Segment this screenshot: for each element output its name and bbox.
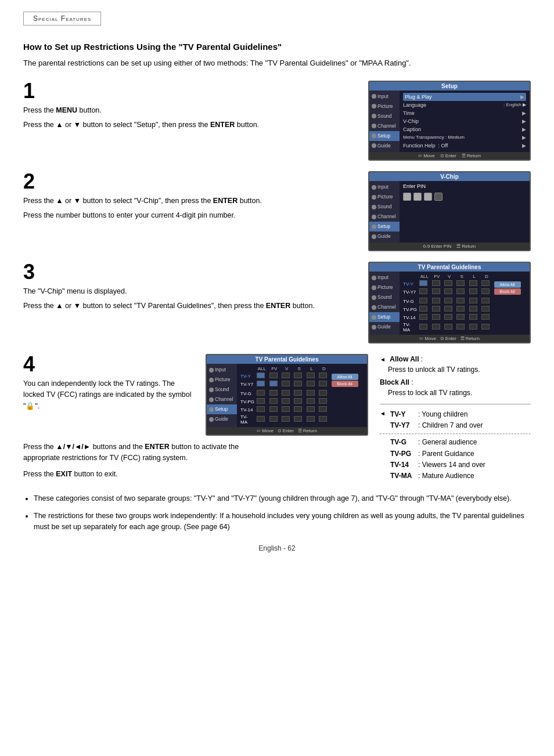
step-4-row-inner: 4 You can independently lock the TV rati…: [23, 354, 368, 436]
screen-1-footer: ⇦ Move ⊙ Enter ☰ Return: [369, 152, 530, 160]
sidebar-input: Input: [369, 92, 400, 102]
step-1-number: 1: [23, 81, 357, 102]
bottom-bullets: These categories consist of two separate…: [23, 493, 531, 533]
step-2-text: 2 Press the ▲ or ▼ button to select "V-C…: [23, 171, 357, 225]
step-1-text: 1 Press the MENU button. Press the ▲ or …: [23, 81, 357, 135]
bullet-2: The restrictions for these two groups wo…: [34, 511, 531, 533]
info-panel: ◄ Allow All : Press to unlock all TV rat…: [380, 354, 531, 482]
sidebar-setup: Setup: [369, 131, 400, 141]
step-3: 3 The "V-Chip" menu is displayed. Press …: [23, 262, 531, 343]
step-3-screen: TV Parental Guidelines Input Picture Sou…: [368, 262, 531, 343]
step-2-number: 2: [23, 171, 357, 192]
step-2: 2 Press the ▲ or ▼ button to select "V-C…: [23, 171, 531, 251]
step-4-screen: TV Parental Guidelines Input Picture Sou…: [206, 354, 368, 436]
step-4-number: 4: [23, 354, 194, 375]
step-3-text: 3 The "V-Chip" menu is displayed. Press …: [23, 262, 357, 316]
step-3-number: 3: [23, 262, 357, 283]
main-title: How to Set up Restrictions Using the "TV…: [23, 42, 531, 52]
step-1-screen: Setup Input Picture Sound Channel Setup …: [368, 81, 531, 161]
header-title: Special Features: [33, 15, 91, 23]
step-1: 1 Press the MENU button. Press the ▲ or …: [23, 81, 531, 161]
allow-all-button-4[interactable]: Allow All: [332, 374, 358, 380]
block-all-button-4[interactable]: Block All: [332, 381, 358, 387]
bullet-1: These categories consist of two separate…: [34, 493, 531, 504]
screen-1-title: Setup: [369, 82, 530, 91]
step-4-bottom-text: Press the ▲/▼/◄/► buttons and the ENTER …: [23, 442, 244, 480]
screen-1-content: Plug & Play▶ Language: English ▶ Time▶ V…: [400, 91, 530, 152]
rating-list: ◄ TV-Y : Young children TV-Y7 : Children…: [380, 409, 531, 482]
step-4-text: 4 You can independently lock the TV rati…: [23, 354, 194, 415]
steps-container: 1 Press the MENU button. Press the ▲ or …: [23, 81, 531, 482]
intro-text: The parental restrictions can be set up …: [23, 57, 531, 69]
sidebar-picture: Picture: [369, 102, 400, 111]
sidebar-sound: Sound: [369, 111, 400, 121]
tv-sidebar-1: Input Picture Sound Channel Setup Guide: [369, 91, 400, 152]
page-number: English - 62: [23, 544, 531, 552]
block-all-button-3[interactable]: Block All: [494, 288, 521, 295]
allow-all-button-3[interactable]: Allow All: [494, 281, 521, 288]
sidebar-channel: Channel: [369, 121, 400, 131]
step-4: 4 You can independently lock the TV rati…: [23, 354, 531, 482]
step-2-screen: V-Chip Input Picture Sound Channel Setup…: [368, 171, 531, 251]
sidebar-guide: Guide: [369, 141, 400, 151]
step-4-left: 4 You can independently lock the TV rati…: [23, 354, 368, 480]
page-header: Special Features: [23, 12, 101, 26]
